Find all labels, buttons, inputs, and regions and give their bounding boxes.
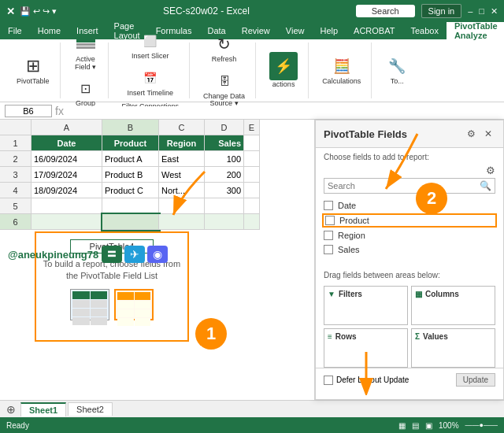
field-item-region[interactable]: Region xyxy=(324,228,495,242)
tab-pivottable-analyze[interactable]: PivotTable Analyze xyxy=(447,22,504,39)
row-num-2[interactable]: 2 xyxy=(0,151,32,167)
sheet-tab-2[interactable]: Sheet2 xyxy=(68,402,113,416)
cell-d4[interactable]: 300 xyxy=(205,183,244,198)
cell-b1[interactable]: Product xyxy=(102,135,159,151)
field-checkbox-date[interactable] xyxy=(324,201,333,210)
cell-b5[interactable] xyxy=(102,198,159,214)
col-header-c[interactable]: C xyxy=(159,120,205,135)
pivottable-button[interactable]: ⊞ PivotTable xyxy=(13,53,54,88)
cell-c6[interactable] xyxy=(159,214,205,230)
status-bar: Ready ▦ ▤ ▣ 100% ——●—— xyxy=(0,417,504,433)
tab-view[interactable]: View xyxy=(278,22,313,39)
cell-reference-box[interactable] xyxy=(5,105,52,117)
drop-area-rows[interactable]: ≡ Rows xyxy=(324,328,408,368)
cell-d2[interactable]: 100 xyxy=(205,151,244,167)
drop-area-columns[interactable]: ▦ Columns xyxy=(411,286,495,325)
field-checkbox-sales[interactable] xyxy=(324,245,333,254)
field-item-date[interactable]: Date xyxy=(324,198,495,213)
cell-d3[interactable]: 200 xyxy=(205,167,244,183)
row-num-4[interactable]: 4 xyxy=(0,183,32,198)
tools-label: To... xyxy=(391,78,404,86)
zoom-level[interactable]: 100% xyxy=(439,421,459,430)
cell-e3[interactable] xyxy=(244,167,260,183)
field-item-sales[interactable]: Sales xyxy=(324,242,495,257)
field-checkbox-region[interactable] xyxy=(324,231,333,240)
tab-teabox[interactable]: Teabox xyxy=(402,22,446,39)
pivot-table-icons xyxy=(70,289,154,320)
cell-a5[interactable] xyxy=(32,198,102,214)
close-button[interactable]: ✕ xyxy=(491,6,498,17)
search-bar[interactable]: Search xyxy=(356,5,415,17)
panel-close-button[interactable]: ✕ xyxy=(481,127,495,141)
col-header-b[interactable]: B xyxy=(102,120,159,135)
cell-e1[interactable] xyxy=(244,135,260,151)
active-field-button[interactable]: ActiveField ▾ xyxy=(70,31,102,74)
calculations-button[interactable]: 🧮 Calculations xyxy=(318,53,365,88)
cell-d6[interactable] xyxy=(205,214,244,230)
search-box[interactable]: 🔍 xyxy=(324,178,495,194)
field-item-product[interactable]: Product xyxy=(322,213,497,228)
insert-timeline-button[interactable]: 📅 Insert Timeline xyxy=(124,65,178,100)
add-sheet-button[interactable]: ⊕ xyxy=(3,403,19,416)
sheet-tab-1[interactable]: Sheet1 xyxy=(20,402,66,416)
cell-c1[interactable]: Region xyxy=(159,135,205,151)
actions-button[interactable]: ⚡ actions xyxy=(265,50,302,91)
cell-c2[interactable]: East xyxy=(159,151,205,167)
update-button[interactable]: Update xyxy=(456,373,495,387)
tab-acrobat[interactable]: ACROBAT xyxy=(346,22,402,39)
cell-b4[interactable]: Product C xyxy=(102,183,159,198)
field-checkbox-product[interactable] xyxy=(325,216,335,225)
drop-area-filters[interactable]: ▼ Filters xyxy=(324,286,408,325)
search-input[interactable] xyxy=(328,181,480,191)
col-header-d[interactable]: D xyxy=(205,120,244,135)
col-header-a[interactable]: A xyxy=(32,120,102,135)
fields-scrollbar[interactable] xyxy=(316,258,503,265)
cell-e6[interactable] xyxy=(244,214,260,230)
row-num-5[interactable]: 5 xyxy=(0,198,32,214)
row-num-3[interactable]: 3 xyxy=(0,167,32,183)
page-break-button[interactable]: ▣ xyxy=(425,421,432,430)
search-icon: 🔍 xyxy=(480,180,491,191)
cell-a1[interactable]: Date xyxy=(32,135,102,151)
drop-area-values[interactable]: Σ Values xyxy=(411,328,495,368)
insert-slicer-button[interactable]: ⬜ Insert Slicer xyxy=(128,28,173,63)
tab-home[interactable]: Home xyxy=(30,22,69,39)
tools-button[interactable]: 🔧 To... xyxy=(381,53,413,88)
cell-e2[interactable] xyxy=(244,151,260,167)
tab-help[interactable]: Help xyxy=(312,22,346,39)
defer-checkbox[interactable] xyxy=(324,376,333,385)
cell-b6[interactable] xyxy=(102,214,159,230)
panel-gear-icon[interactable]: ⚙ xyxy=(486,165,495,176)
minimize-button[interactable]: – xyxy=(468,6,472,16)
tab-review[interactable]: Review xyxy=(234,22,278,39)
cell-e5[interactable] xyxy=(244,198,260,214)
row-num-1[interactable]: 1 xyxy=(0,135,32,151)
signin-button[interactable]: Sign in xyxy=(421,4,462,18)
cell-c3[interactable]: West xyxy=(159,167,205,183)
cell-a3[interactable]: 17/09/2024 xyxy=(32,167,102,183)
change-data-source-button[interactable]: 🗄 Change DataSource ▾ xyxy=(199,68,249,111)
cell-b3[interactable]: Product B xyxy=(102,167,159,183)
maximize-button[interactable]: □ xyxy=(479,6,484,16)
cell-d1[interactable]: Sales xyxy=(205,135,244,151)
cell-d5[interactable] xyxy=(205,198,244,214)
cell-e4[interactable] xyxy=(244,183,260,198)
cell-a2[interactable]: 16/09/2024 xyxy=(32,151,102,167)
cell-a4[interactable]: 18/09/2024 xyxy=(32,183,102,198)
cell-b2[interactable]: Product A xyxy=(102,151,159,167)
col-header-e[interactable]: E xyxy=(244,120,260,135)
tab-file[interactable]: File xyxy=(0,22,30,39)
formula-input[interactable] xyxy=(67,106,499,116)
panel-footer: Defer Layout Update Update xyxy=(316,368,503,391)
refresh-button[interactable]: ↻ Refresh xyxy=(208,31,241,66)
page-layout-button[interactable]: ▤ xyxy=(412,421,419,430)
zoom-slider[interactable]: ——●—— xyxy=(465,421,498,429)
panel-settings-button[interactable]: ⚙ xyxy=(464,127,478,141)
cell-c4[interactable]: Nort... xyxy=(159,183,205,198)
cell-c5[interactable] xyxy=(159,198,205,214)
calculations-icon: 🧮 xyxy=(331,55,353,77)
table-row: 2 16/09/2024 Product A East 100 xyxy=(0,151,314,167)
cell-a6[interactable] xyxy=(32,214,102,230)
normal-view-button[interactable]: ▦ xyxy=(398,421,406,430)
row-num-6[interactable]: 6 xyxy=(0,214,32,230)
